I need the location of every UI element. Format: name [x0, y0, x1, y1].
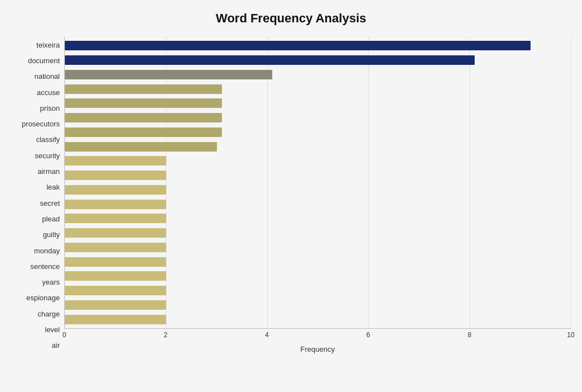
y-label-leak: leak — [46, 183, 60, 191]
bar-row-national — [65, 68, 571, 82]
plot-wrapper: 0246810 Frequency — [64, 37, 571, 353]
bar-row-airman — [65, 154, 571, 168]
chart-container: Word Frequency Analysis teixeiradocument… — [0, 0, 582, 392]
bar-row-charge — [65, 284, 571, 298]
chart-title: Word Frequency Analysis — [11, 11, 571, 26]
bar-row-document — [65, 53, 571, 68]
bar-leak — [65, 171, 166, 180]
bar-espionage — [65, 271, 166, 281]
bar-secret — [65, 185, 166, 195]
bar-charge — [65, 286, 166, 295]
bar-row-years — [65, 254, 571, 269]
bar-plead — [65, 200, 166, 209]
y-label-national: national — [34, 73, 60, 80]
grid-line-10 — [571, 37, 571, 328]
y-label-accuse: accuse — [37, 89, 60, 96]
x-axis-title: Frequency — [64, 345, 571, 353]
y-label-document: document — [28, 57, 60, 64]
bar-row-plead — [65, 197, 571, 211]
bar-row-prison — [65, 96, 571, 111]
bar-sentence — [65, 243, 166, 252]
y-label-charge: charge — [37, 310, 60, 318]
y-label-sentence: sentence — [30, 263, 60, 270]
bar-classify — [65, 127, 222, 137]
x-tick-8: 8 — [467, 331, 471, 339]
bar-row-accuse — [65, 82, 571, 96]
x-tick-0: 0 — [63, 331, 67, 339]
x-tick-6: 6 — [366, 331, 370, 339]
bar-row-level — [65, 298, 571, 313]
bar-row-classify — [65, 125, 571, 140]
bar-national — [65, 70, 272, 79]
x-tick-4: 4 — [265, 331, 269, 339]
y-label-level: level — [45, 326, 60, 333]
y-label-security: security — [35, 152, 60, 159]
bar-accuse — [65, 84, 222, 94]
bar-row-leak — [65, 168, 571, 183]
bar-document — [65, 55, 475, 65]
bar-guilty — [65, 214, 166, 223]
bar-row-air — [65, 312, 571, 327]
bar-air — [65, 315, 166, 324]
bar-row-prosecutors — [65, 111, 571, 125]
y-label-monday: monday — [34, 247, 60, 254]
y-label-plead: plead — [42, 215, 60, 223]
bar-row-sentence — [65, 240, 571, 255]
y-label-years: years — [42, 278, 60, 286]
x-tick-10: 10 — [567, 331, 574, 339]
y-label-prosecutors: prosecutors — [22, 120, 60, 127]
x-axis: 0246810 — [64, 331, 571, 342]
bar-teixeira — [65, 41, 531, 50]
bar-row-monday — [65, 226, 571, 240]
bar-airman — [65, 156, 166, 166]
bar-row-guilty — [65, 211, 571, 226]
bar-prosecutors — [65, 113, 222, 122]
bar-security — [65, 142, 217, 152]
y-label-teixeira: teixeira — [36, 41, 60, 49]
bar-row-secret — [65, 183, 571, 197]
bar-row-security — [65, 139, 571, 154]
y-label-secret: secret — [40, 200, 60, 207]
plot-inner — [64, 37, 571, 329]
y-label-air: air — [52, 342, 60, 349]
x-tick-2: 2 — [164, 331, 168, 339]
bar-monday — [65, 228, 166, 238]
bar-years — [65, 257, 166, 267]
y-label-airman: airman — [37, 168, 60, 175]
y-label-espionage: espionage — [26, 294, 60, 301]
y-label-classify: classify — [36, 136, 60, 143]
bar-row-teixeira — [65, 39, 571, 53]
bar-prison — [65, 98, 222, 108]
bar-row-espionage — [65, 269, 571, 284]
y-axis: teixeiradocumentnationalaccuseprisonpros… — [11, 37, 64, 353]
y-label-prison: prison — [40, 105, 60, 112]
bar-level — [65, 300, 166, 310]
y-label-guilty: guilty — [43, 231, 60, 238]
